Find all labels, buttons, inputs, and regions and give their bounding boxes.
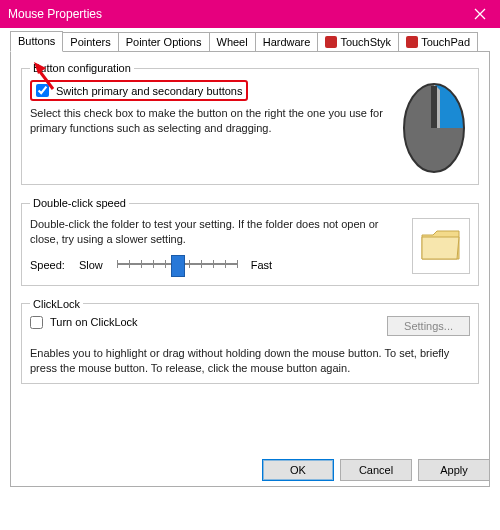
annotation-arrow-icon xyxy=(31,59,59,93)
tabs: Buttons Pointers Pointer Options Wheel H… xyxy=(10,32,490,52)
titlebar: Mouse Properties xyxy=(0,0,500,28)
close-button[interactable] xyxy=(460,0,500,28)
clicklock-toggle: Turn on ClickLock xyxy=(30,316,138,329)
double-click-speed-slider[interactable] xyxy=(117,253,237,277)
synaptics-icon xyxy=(406,36,418,48)
group-legend: Double-click speed xyxy=(30,197,129,209)
clicklock-help: Enables you to highlight or drag without… xyxy=(30,346,470,376)
switch-buttons-highlight: Switch primary and secondary buttons xyxy=(30,80,248,101)
clicklock-group: ClickLock Settings... Turn on ClickLock … xyxy=(21,298,479,385)
apply-button[interactable]: Apply xyxy=(418,459,490,481)
group-legend: ClickLock xyxy=(30,298,83,310)
button-label: Settings... xyxy=(404,320,453,332)
cancel-button[interactable]: Cancel xyxy=(340,459,412,481)
clicklock-settings-button: Settings... xyxy=(387,316,470,336)
button-label: Apply xyxy=(440,464,468,476)
tab-label: Wheel xyxy=(217,36,248,48)
tab-label: Hardware xyxy=(263,36,311,48)
clicklock-checkbox[interactable] xyxy=(30,316,43,329)
double-click-help: Double-click the folder to test your set… xyxy=(30,217,402,247)
double-click-group: Double-click speed Double-click the fold… xyxy=(21,197,479,286)
tab-label: Buttons xyxy=(18,35,55,47)
switch-buttons-help: Select this check box to make the button… xyxy=(30,106,388,136)
tab-hardware[interactable]: Hardware xyxy=(255,32,319,52)
fast-label: Fast xyxy=(251,259,272,271)
button-label: OK xyxy=(290,464,306,476)
dialog-buttons: OK Cancel Apply xyxy=(262,459,490,481)
slow-label: Slow xyxy=(79,259,103,271)
folder-icon[interactable] xyxy=(419,225,463,265)
tab-buttons[interactable]: Buttons xyxy=(10,31,63,52)
tab-label: TouchStyk xyxy=(340,36,391,48)
tab-panel: Button configuration Switch primary and … xyxy=(10,51,490,487)
ok-button[interactable]: OK xyxy=(262,459,334,481)
tab-touchstyk[interactable]: TouchStyk xyxy=(317,32,399,52)
tab-wheel[interactable]: Wheel xyxy=(209,32,256,52)
clicklock-label: Turn on ClickLock xyxy=(50,316,138,328)
button-label: Cancel xyxy=(359,464,393,476)
tab-label: TouchPad xyxy=(421,36,470,48)
tab-pointers[interactable]: Pointers xyxy=(62,32,118,52)
window-title: Mouse Properties xyxy=(8,7,460,21)
speed-label: Speed: xyxy=(30,259,65,271)
button-configuration-group: Button configuration Switch primary and … xyxy=(21,62,479,185)
tab-label: Pointer Options xyxy=(126,36,202,48)
close-icon xyxy=(474,8,486,20)
svg-rect-2 xyxy=(431,86,437,128)
tab-pointer-options[interactable]: Pointer Options xyxy=(118,32,210,52)
svg-marker-0 xyxy=(34,62,46,74)
tab-touchpad[interactable]: TouchPad xyxy=(398,32,478,52)
synaptics-icon xyxy=(325,36,337,48)
mouse-icon xyxy=(398,80,470,176)
switch-buttons-label: Switch primary and secondary buttons xyxy=(56,85,242,97)
tab-label: Pointers xyxy=(70,36,110,48)
